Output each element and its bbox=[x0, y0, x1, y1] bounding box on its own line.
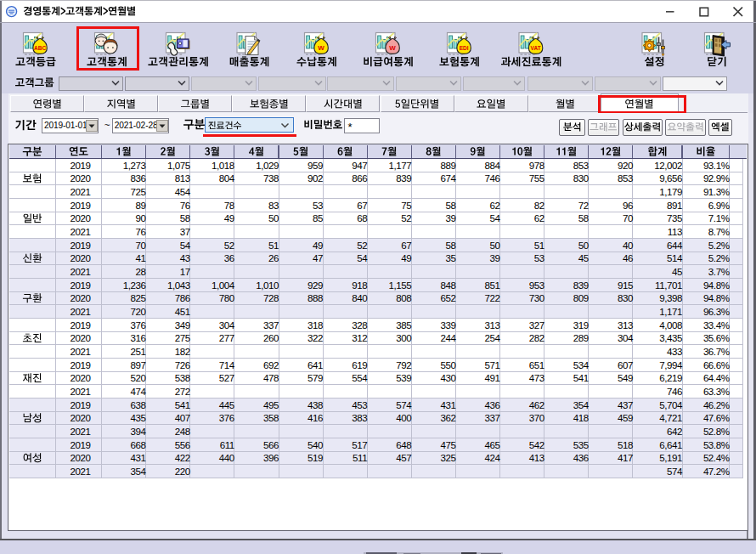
svg-text:ABC: ABC bbox=[34, 45, 46, 51]
svg-text:W: W bbox=[318, 44, 324, 52]
svg-text:EDI: EDI bbox=[460, 45, 469, 51]
svg-text:W: W bbox=[389, 44, 396, 52]
svg-text:VAT: VAT bbox=[531, 45, 541, 51]
